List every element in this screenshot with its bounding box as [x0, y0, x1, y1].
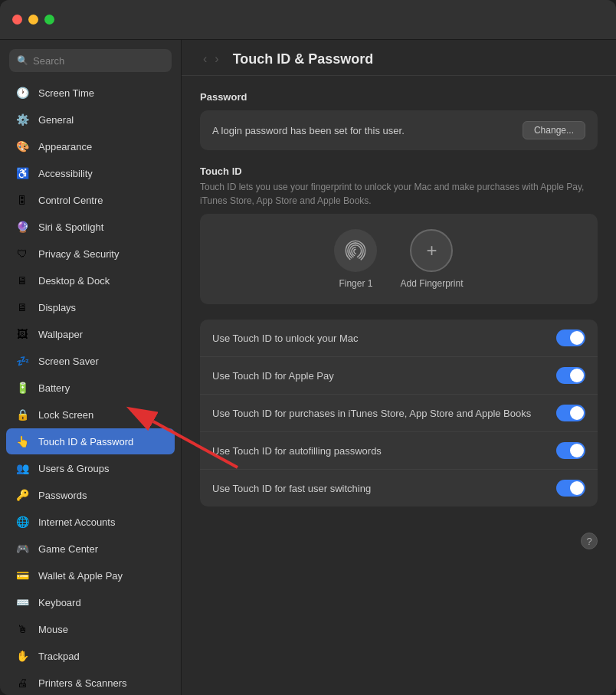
sidebar-item-label-displays: Displays: [38, 302, 76, 313]
sidebar-item-keyboard[interactable]: ⌨️Keyboard: [6, 589, 175, 615]
fingerprint-row: Finger 1 + Add Fingerprint: [200, 214, 598, 304]
toggle-apple-pay[interactable]: [556, 367, 585, 384]
sidebar-item-gamecenter[interactable]: 🎮Game Center: [6, 536, 175, 562]
screen-time-icon: 🕐: [14, 84, 31, 101]
add-fingerprint-label: Add Fingerprint: [400, 278, 463, 289]
maximize-button[interactable]: [44, 15, 54, 25]
sidebar-item-label-passwords: Passwords: [38, 490, 87, 501]
sidebar-item-control-centre[interactable]: 🎛Control Centre: [6, 187, 175, 213]
sidebar-item-label-accessibility: Accessibility: [38, 168, 93, 179]
passwords-icon: 🔑: [14, 487, 31, 503]
finger1-label: Finger 1: [339, 278, 372, 289]
toggle-section: Use Touch ID to unlock your MacUse Touch…: [200, 320, 598, 506]
sidebar-item-label-siri: Siri & Spotlight: [38, 221, 103, 233]
sidebar-item-battery[interactable]: 🔋Battery: [6, 375, 175, 401]
toggle-unlock-mac[interactable]: [556, 329, 585, 346]
help-button[interactable]: ?: [581, 533, 598, 549]
appearance-icon: 🎨: [14, 138, 31, 155]
back-button[interactable]: ‹: [200, 51, 210, 67]
battery-icon: 🔋: [14, 379, 31, 396]
users-icon: 👥: [14, 460, 31, 477]
sidebar-item-label-control-centre: Control Centre: [38, 195, 103, 206]
sidebar-item-label-printers: Printers & Scanners: [38, 677, 127, 689]
toggle-row-autofill: Use Touch ID for autofilling passwords: [200, 432, 598, 470]
trackpad-icon: ✋: [14, 647, 31, 664]
finger1-item[interactable]: Finger 1: [334, 229, 377, 289]
sidebar-item-label-screensaver: Screen Saver: [38, 356, 99, 367]
toggle-label-fast-switching: Use Touch ID for fast user switching: [212, 483, 556, 494]
password-card: A login password has been set for this u…: [200, 110, 598, 150]
minimize-button[interactable]: [28, 15, 38, 25]
sidebar-item-users[interactable]: 👥Users & Groups: [6, 455, 175, 481]
sidebar-item-appearance[interactable]: 🎨Appearance: [6, 133, 175, 159]
toggle-row-fast-switching: Use Touch ID for fast user switching: [200, 470, 598, 506]
printers-icon: 🖨: [14, 674, 31, 691]
sidebar-item-privacy[interactable]: 🛡Privacy & Security: [6, 241, 175, 267]
add-fingerprint-item[interactable]: + Add Fingerprint: [400, 229, 463, 289]
detail-panel: ‹ › Touch ID & Password Password A login…: [182, 40, 616, 695]
sidebar-item-label-mouse: Mouse: [38, 624, 68, 635]
sidebar-item-screen-time[interactable]: 🕐Screen Time: [6, 80, 175, 106]
sidebar-item-label-users: Users & Groups: [38, 463, 109, 474]
sidebar-item-label-desktop: Desktop & Dock: [38, 275, 110, 287]
sidebar-item-printers[interactable]: 🖨Printers & Scanners: [6, 670, 175, 695]
sidebar-item-trackpad[interactable]: ✋Trackpad: [6, 643, 175, 669]
toggle-label-autofill: Use Touch ID for autofilling passwords: [212, 445, 556, 457]
sidebar-item-lockscreen[interactable]: 🔒Lock Screen: [6, 402, 175, 428]
wallet-icon: 💳: [14, 567, 31, 584]
sidebar-item-desktop[interactable]: 🖥Desktop & Dock: [6, 267, 175, 293]
search-box[interactable]: 🔍 Search: [9, 49, 172, 72]
siri-icon: 🔮: [14, 218, 31, 235]
sidebar-item-mouse[interactable]: 🖱Mouse: [6, 616, 175, 642]
privacy-icon: 🛡: [14, 245, 31, 262]
sidebar-item-siri[interactable]: 🔮Siri & Spotlight: [6, 214, 175, 240]
sidebar: 🔍 Search 🕐Screen Time⚙️General🎨Appearanc…: [0, 40, 182, 695]
toggle-label-itunes: Use Touch ID for purchases in iTunes Sto…: [212, 408, 556, 419]
touchid-description: Touch ID lets you use your fingerprint t…: [200, 180, 598, 208]
close-button[interactable]: [12, 15, 22, 25]
toggle-row-unlock-mac: Use Touch ID to unlock your Mac: [200, 320, 598, 357]
sidebar-item-label-trackpad: Trackpad: [38, 651, 80, 662]
toggle-label-unlock-mac: Use Touch ID to unlock your Mac: [212, 333, 556, 344]
sidebar-item-general[interactable]: ⚙️General: [6, 107, 175, 133]
sidebar-item-internet[interactable]: 🌐Internet Accounts: [6, 509, 175, 535]
sidebar-item-label-internet: Internet Accounts: [38, 516, 115, 528]
detail-title: Touch ID & Password: [233, 51, 374, 67]
sidebar-item-label-wallpaper: Wallpaper: [38, 329, 83, 340]
sidebar-list: 🕐Screen Time⚙️General🎨Appearance♿Accessi…: [0, 80, 181, 695]
forward-button[interactable]: ›: [211, 51, 221, 67]
title-bar: [0, 0, 616, 40]
control-centre-icon: 🎛: [14, 192, 31, 208]
sidebar-item-label-touchid: Touch ID & Password: [38, 436, 133, 447]
gamecenter-icon: 🎮: [14, 540, 31, 557]
password-section-title: Password: [200, 91, 598, 103]
plus-icon: +: [426, 240, 437, 261]
toggle-row-apple-pay: Use Touch ID for Apple Pay: [200, 357, 598, 395]
sidebar-item-label-appearance: Appearance: [38, 141, 92, 152]
sidebar-item-wallet[interactable]: 💳Wallet & Apple Pay: [6, 562, 175, 588]
toggle-itunes[interactable]: [556, 405, 585, 421]
change-password-button[interactable]: Change...: [523, 121, 585, 139]
toggle-autofill[interactable]: [556, 442, 585, 459]
search-placeholder: Search: [33, 55, 64, 67]
search-container: 🔍 Search: [0, 40, 181, 80]
sidebar-item-label-screen-time: Screen Time: [38, 87, 94, 99]
traffic-lights: [12, 15, 54, 25]
sidebar-item-label-lockscreen: Lock Screen: [38, 409, 93, 421]
sidebar-item-touchid[interactable]: 👆Touch ID & Password: [6, 428, 175, 454]
search-icon: 🔍: [17, 55, 28, 66]
sidebar-item-passwords[interactable]: 🔑Passwords: [6, 482, 175, 508]
sidebar-item-label-wallet: Wallet & Apple Pay: [38, 570, 123, 582]
sidebar-item-wallpaper[interactable]: 🖼Wallpaper: [6, 321, 175, 347]
toggle-fast-switching[interactable]: [556, 480, 585, 497]
password-text: A login password has been set for this u…: [212, 125, 405, 136]
sidebar-item-displays[interactable]: 🖥Displays: [6, 294, 175, 320]
sidebar-item-label-keyboard: Keyboard: [38, 597, 81, 608]
sidebar-item-screensaver[interactable]: 💤Screen Saver: [6, 348, 175, 374]
mouse-icon: 🖱: [14, 621, 31, 638]
main-content: 🔍 Search 🕐Screen Time⚙️General🎨Appearanc…: [0, 40, 616, 695]
sidebar-item-accessibility[interactable]: ♿Accessibility: [6, 160, 175, 186]
touchid-header: Touch ID Touch ID lets you use your fing…: [200, 166, 598, 208]
fingerprint-card: Finger 1 + Add Fingerprint: [200, 214, 598, 304]
touchid-title: Touch ID: [200, 166, 598, 177]
